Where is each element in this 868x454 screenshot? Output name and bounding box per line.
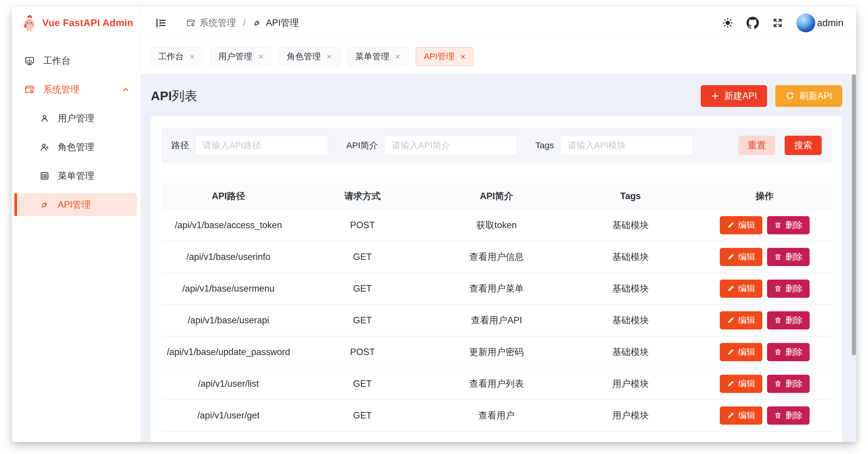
sidebar-item-workbench[interactable]: 工作台 xyxy=(14,49,137,72)
sidebar-menu: 工作台 系统管理 用户管理 xyxy=(12,39,141,216)
sidebar-item-menus[interactable]: 菜单管理 xyxy=(14,165,137,187)
delete-button[interactable]: 删除 xyxy=(767,216,810,234)
fullscreen-icon[interactable] xyxy=(772,17,783,29)
breadcrumb-separator: / xyxy=(243,18,245,28)
delete-button[interactable]: 删除 xyxy=(767,280,810,298)
cell-method: GET xyxy=(296,315,430,326)
table-row: /api/v1/base/userapi GET 查看用户API 基础模块 编辑… xyxy=(161,305,832,337)
column-method: 请求方式 xyxy=(296,190,430,202)
create-api-button[interactable]: 新建API xyxy=(701,85,767,107)
github-icon[interactable] xyxy=(746,17,759,29)
cell-path: /api/v1/base/usermenu xyxy=(161,283,296,294)
cell-method: GET xyxy=(296,378,430,389)
sidebar-item-system[interactable]: 系统管理 xyxy=(14,78,137,101)
delete-button[interactable]: 删除 xyxy=(767,248,810,266)
reset-button[interactable]: 重置 xyxy=(738,136,775,155)
delete-button[interactable]: 删除 xyxy=(767,311,810,330)
summary-filter-input[interactable] xyxy=(384,136,517,155)
theme-toggle-icon[interactable] xyxy=(722,17,734,29)
cell-summary: 查看用户列表 xyxy=(430,378,564,390)
trash-icon xyxy=(774,285,782,292)
close-icon[interactable]: × xyxy=(327,52,332,61)
tab-label: 角色管理 xyxy=(287,51,321,62)
edit-button[interactable]: 编辑 xyxy=(720,406,762,425)
edit-button[interactable]: 编辑 xyxy=(720,375,762,393)
window-gear-icon xyxy=(24,84,35,95)
tags-filter-input[interactable] xyxy=(560,136,693,155)
close-icon[interactable]: × xyxy=(258,52,264,61)
window-gear-icon xyxy=(186,18,195,28)
sidebar-item-users[interactable]: 用户管理 xyxy=(14,107,137,130)
sidebar-item-label: 用户管理 xyxy=(58,112,94,124)
page-head: API列表 新建API 刷新API xyxy=(151,85,842,107)
pencil-icon xyxy=(727,317,735,324)
app-title: Vue FastAPI Admin xyxy=(42,17,133,28)
api-table: API路径 请求方式 API简介 Tags 操作 /api/v1/base/ac… xyxy=(161,183,832,432)
cell-method: GET xyxy=(296,283,430,294)
tab-label: 用户管理 xyxy=(218,51,252,62)
tab-menus[interactable]: 菜单管理 × xyxy=(347,47,408,66)
cell-summary: 查看用户API xyxy=(430,314,564,327)
chick-logo-icon xyxy=(22,15,37,31)
close-icon[interactable]: × xyxy=(395,52,401,61)
sidebar-item-roles[interactable]: 角色管理 xyxy=(14,136,137,159)
edit-button[interactable]: 编辑 xyxy=(720,248,762,266)
column-summary: API简介 xyxy=(430,190,564,202)
cell-tags: 基础模块 xyxy=(563,346,698,358)
page-title: API列表 xyxy=(151,87,197,105)
delete-button[interactable]: 删除 xyxy=(767,406,810,425)
cell-method: POST xyxy=(296,220,430,230)
monitor-icon xyxy=(24,56,35,66)
tab-api[interactable]: API管理 × xyxy=(416,47,473,66)
vertical-scrollbar[interactable] xyxy=(852,74,856,355)
cell-tags: 基础模块 xyxy=(563,314,698,327)
logo[interactable]: Vue FastAPI Admin xyxy=(12,6,141,39)
path-filter-input[interactable] xyxy=(195,136,328,155)
tab-label: 工作台 xyxy=(158,51,184,62)
sidebar-item-api[interactable]: API管理 xyxy=(14,193,137,216)
trash-icon xyxy=(774,221,782,229)
cell-path: /api/v1/base/userapi xyxy=(161,315,296,326)
pencil-icon xyxy=(727,348,735,356)
breadcrumb-system[interactable]: 系统管理 xyxy=(186,17,236,29)
cell-summary: 查看用户 xyxy=(430,409,564,422)
collapse-sidebar-icon[interactable] xyxy=(155,17,167,29)
edit-button[interactable]: 编辑 xyxy=(720,216,762,234)
cell-method: POST xyxy=(296,347,430,358)
breadcrumb-api[interactable]: API管理 xyxy=(252,17,299,29)
search-button[interactable]: 搜索 xyxy=(785,136,822,155)
path-filter-label: 路径 xyxy=(172,140,189,151)
user-menu[interactable]: admin xyxy=(797,13,843,32)
cell-path: /api/v1/user/list xyxy=(161,378,296,389)
tab-users[interactable]: 用户管理 × xyxy=(210,47,272,66)
list-icon xyxy=(40,171,50,181)
table-row: /api/v1/base/usermenu GET 查看用户菜单 基础模块 编辑… xyxy=(161,273,832,305)
plus-icon xyxy=(711,92,719,101)
sidebar-item-label: 角色管理 xyxy=(58,141,94,153)
pencil-icon xyxy=(727,412,735,419)
table-row: /api/v1/base/access_token POST 获取token 基… xyxy=(161,210,832,242)
column-path: API路径 xyxy=(161,190,296,202)
content: API列表 新建API 刷新API xyxy=(141,74,856,442)
edit-button[interactable]: 编辑 xyxy=(720,343,762,361)
tab-roles[interactable]: 角色管理 × xyxy=(279,47,340,66)
summary-filter-label: API简介 xyxy=(346,140,378,151)
close-icon[interactable]: × xyxy=(460,52,466,61)
cell-summary: 查看用户菜单 xyxy=(430,283,564,295)
cell-summary: 更新用户密码 xyxy=(430,346,564,358)
pencil-icon xyxy=(727,221,735,229)
cell-path: /api/v1/user/get xyxy=(161,410,296,421)
refresh-api-button[interactable]: 刷新API xyxy=(775,85,842,107)
cell-tags: 用户模块 xyxy=(563,409,698,422)
edit-button[interactable]: 编辑 xyxy=(720,311,762,330)
user-role-icon xyxy=(40,142,50,152)
tab-workbench[interactable]: 工作台 × xyxy=(150,47,203,66)
edit-button[interactable]: 编辑 xyxy=(720,280,762,298)
pencil-icon xyxy=(727,253,735,261)
sidebar: Vue FastAPI Admin 工作台 系统管理 xyxy=(12,6,141,442)
close-icon[interactable]: × xyxy=(190,52,195,61)
delete-button[interactable]: 删除 xyxy=(767,343,810,361)
delete-button[interactable]: 删除 xyxy=(767,375,810,393)
column-actions: 操作 xyxy=(698,190,832,202)
refresh-icon xyxy=(785,91,795,101)
